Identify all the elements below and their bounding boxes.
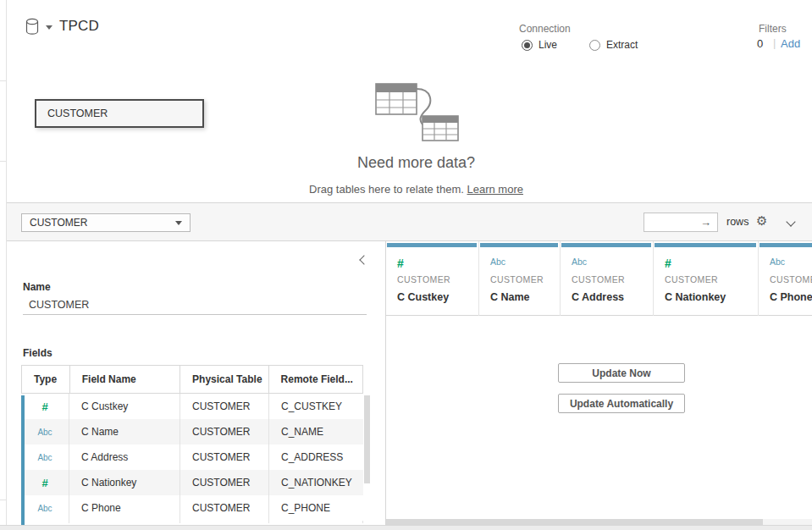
physical-table-cell: CUSTOMER — [180, 470, 269, 495]
string-type-icon: Abc — [770, 257, 812, 270]
column-field-name: C Custkey — [397, 291, 478, 303]
dropdown-caret-icon — [175, 221, 182, 225]
col-header-remote-field[interactable]: Remote Field... — [269, 366, 362, 393]
apply-rows-arrow-icon[interactable]: → — [700, 216, 711, 229]
grid-column-c-address[interactable]: Abc CUSTOMER C Address — [561, 241, 654, 316]
table-details-toolbar: CUSTOMER → rows ⚙ — [7, 203, 812, 241]
fields-table-scrollbar[interactable] — [364, 368, 370, 525]
update-automatically-button[interactable]: Update Automatically — [558, 394, 685, 413]
table-row[interactable]: Abc C Address CUSTOMER C_ADDRESS — [21, 444, 363, 470]
radio-unselected-icon — [589, 40, 600, 51]
grid-column-c-phone[interactable]: Abc CUSTOMER C Phone — [759, 241, 812, 316]
database-icon — [25, 18, 41, 36]
empty-canvas-hint: Drag tables here to relate them. Learn m… — [14, 183, 812, 196]
column-field-name: C Address — [572, 291, 653, 303]
physical-table-cell: CUSTOMER — [180, 444, 269, 470]
table-selector-dropdown[interactable]: CUSTOMER — [21, 213, 191, 232]
grid-header-row: # CUSTOMER C Custkey Abc CUSTOMER C Name… — [386, 241, 812, 316]
connection-live-radio[interactable]: Live — [522, 38, 557, 52]
grid-horizontal-scrollbar[interactable] — [386, 519, 812, 525]
filters-label: Filters — [759, 23, 787, 35]
number-type-icon[interactable]: # — [41, 400, 47, 413]
rail-divider — [0, 161, 7, 162]
remote-field-cell: C_CUSTKEY — [269, 394, 363, 419]
connection-extract-radio[interactable]: Extract — [589, 38, 638, 52]
extract-radio-label: Extract — [606, 39, 638, 51]
datasource-menu-button[interactable] — [25, 18, 56, 38]
column-accent-strip — [655, 243, 756, 247]
table-row[interactable]: # C Custkey CUSTOMER C_CUSTKEY — [21, 394, 363, 419]
column-table-name: CUSTOMER — [490, 274, 560, 284]
add-filter-link[interactable]: Add — [781, 37, 800, 50]
relate-tables-illustration — [361, 79, 472, 141]
logical-table-customer[interactable]: CUSTOMER — [35, 99, 204, 128]
name-label: Name — [23, 281, 51, 293]
column-field-name: C Phone — [770, 291, 812, 303]
number-type-icon: # — [665, 257, 758, 270]
column-accent-strip — [561, 243, 651, 247]
physical-table-cell: CUSTOMER — [180, 495, 269, 521]
grid-column-c-name[interactable]: Abc CUSTOMER C Name — [479, 241, 561, 316]
physical-table-cell: CUSTOMER — [180, 394, 269, 419]
fields-table-header: Type Field Name Physical Table Remote Fi… — [21, 365, 363, 394]
column-table-name: CUSTOMER — [665, 274, 758, 284]
string-type-icon: Abc — [572, 257, 653, 270]
string-type-icon[interactable]: Abc — [37, 428, 52, 437]
number-type-icon[interactable]: # — [41, 477, 47, 489]
learn-more-link[interactable]: Learn more — [467, 183, 522, 196]
field-name-cell[interactable]: C Phone — [69, 495, 180, 521]
remote-field-cell: C_NATIONKEY — [269, 470, 363, 495]
collapsed-left-pane-rail[interactable] — [0, 0, 7, 530]
fields-table: Type Field Name Physical Table Remote Fi… — [21, 365, 363, 523]
string-type-icon[interactable]: Abc — [37, 504, 52, 513]
rows-limit-input[interactable] — [651, 217, 700, 229]
scrollbar-thumb[interactable] — [386, 519, 763, 525]
remote-field-cell: C_PHONE — [269, 495, 363, 521]
table-name-input[interactable] — [23, 295, 367, 315]
collapse-panel-icon[interactable] — [359, 255, 368, 264]
col-header-physical-table[interactable]: Physical Table — [180, 366, 268, 393]
field-name-cell[interactable]: C Nationkey — [69, 470, 180, 495]
col-header-field-name[interactable]: Field Name — [70, 366, 180, 393]
physical-table-cell: CUSTOMER — [180, 419, 269, 444]
table-metadata-panel: Name Fields Type Field Name Physical Tab… — [7, 241, 385, 525]
field-name-cell[interactable]: C Name — [69, 419, 180, 444]
column-field-name: C Nationkey — [665, 291, 758, 303]
field-name-cell[interactable]: C Custkey — [69, 394, 180, 419]
field-name-cell[interactable]: C Address — [69, 444, 180, 470]
bottom-edge-band — [0, 525, 812, 530]
data-preview-grid: # CUSTOMER C Custkey Abc CUSTOMER C Name… — [385, 241, 812, 525]
update-now-button[interactable]: Update Now — [558, 363, 685, 383]
table-row[interactable]: Abc C Name CUSTOMER C_NAME — [21, 419, 363, 444]
column-accent-strip — [480, 243, 558, 247]
filters-separator: | — [773, 36, 776, 49]
table-chip-label: CUSTOMER — [47, 108, 108, 119]
column-field-name: C Name — [490, 291, 560, 303]
datasource-title: TPCD — [59, 18, 99, 35]
scrollbar-thumb[interactable] — [364, 395, 370, 483]
gear-icon[interactable]: ⚙ — [756, 214, 767, 227]
grid-column-c-nationkey[interactable]: # CUSTOMER C Nationkey — [654, 241, 759, 316]
filters-count: 0 — [757, 37, 763, 50]
grid-column-c-custkey[interactable]: # CUSTOMER C Custkey — [386, 241, 479, 316]
drag-tables-hint: Drag tables here to relate them. — [309, 183, 464, 196]
radio-selected-icon — [522, 40, 533, 51]
remote-field-cell: C_ADDRESS — [269, 444, 363, 470]
datasource-menu-caret-icon — [46, 25, 52, 30]
rows-limit-field: → — [644, 213, 718, 232]
column-table-name: CUSTOMER — [572, 274, 653, 284]
table-row[interactable]: Abc C Phone CUSTOMER C_PHONE — [21, 495, 363, 521]
col-header-type[interactable]: Type — [22, 366, 70, 393]
column-table-name: CUSTOMER — [397, 274, 478, 284]
table-selector-value: CUSTOMER — [30, 217, 175, 229]
fields-label: Fields — [23, 347, 52, 359]
live-radio-label: Live — [539, 39, 557, 51]
row-selection-strip — [21, 395, 25, 525]
string-type-icon: Abc — [490, 257, 560, 270]
chevron-down-icon[interactable] — [786, 217, 795, 226]
table-row[interactable]: # C Nationkey CUSTOMER C_NATIONKEY — [21, 470, 363, 495]
rail-divider — [0, 500, 7, 500]
rows-label: rows — [726, 216, 748, 228]
string-type-icon[interactable]: Abc — [37, 453, 52, 462]
empty-canvas-title: Need more data? — [14, 154, 812, 172]
